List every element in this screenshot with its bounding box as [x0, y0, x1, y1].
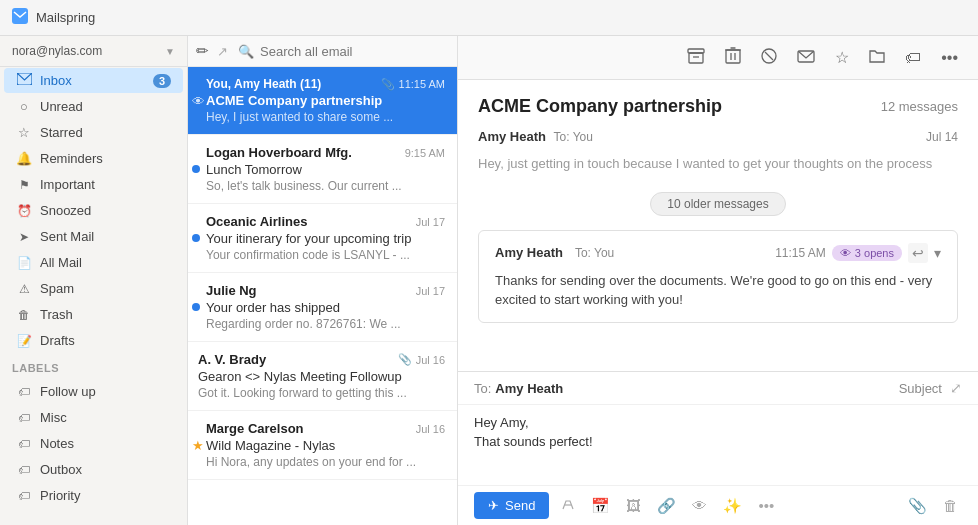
account-row[interactable]: nora@nylas.com ▼ [0, 36, 187, 67]
sidebar-item-followup[interactable]: 🏷 Follow up [4, 379, 183, 404]
sidebar-item-spam[interactable]: ⚠ Spam [4, 276, 183, 301]
sidebar-item-sent[interactable]: ➤ Sent Mail [4, 224, 183, 249]
sidebar-item-snoozed-label: Snoozed [40, 203, 171, 218]
formatting-button[interactable] [557, 495, 579, 516]
sidebar-nav: Inbox 3 ○ Unread ☆ Starred 🔔 Reminders ⚑… [0, 67, 187, 354]
more-button[interactable]: ••• [937, 45, 962, 71]
sidebar-item-snoozed[interactable]: ⏰ Snoozed [4, 198, 183, 223]
inbox-badge: 3 [153, 74, 171, 88]
reply-quick-button[interactable]: ↩ [908, 243, 928, 263]
email-sender: Logan Hoverboard Mfg. [206, 145, 352, 160]
email-toolbar: ☆ 🏷 ••• [458, 36, 978, 80]
expanded-message-meta: Amy Heath To: You [495, 245, 614, 260]
image-button[interactable]: 🖼 [622, 495, 645, 516]
sidebar-item-reminders[interactable]: 🔔 Reminders [4, 146, 183, 171]
delete-button[interactable] [721, 43, 745, 72]
archive-button[interactable] [683, 44, 709, 72]
link-button[interactable]: 🔗 [653, 495, 680, 517]
more-tools-button[interactable]: ••• [754, 495, 778, 516]
send-button[interactable]: ✈ Send [474, 492, 549, 519]
sidebar-item-drafts[interactable]: 📝 Drafts [4, 328, 183, 353]
reply-toolbar: ✈ Send 📅 🖼 🔗 👁 ✨ ••• 📎 🗑 [458, 485, 978, 525]
unread-icon: ○ [16, 99, 32, 114]
email-item[interactable]: Julie Ng Jul 17 Your order has shipped R… [188, 273, 457, 342]
sidebar-item-trash[interactable]: 🗑 Trash [4, 302, 183, 327]
attachment-icon: 📎 [398, 353, 412, 366]
spam-button[interactable] [757, 44, 781, 72]
sidebar-item-misc[interactable]: 🏷 Misc [4, 405, 183, 430]
sidebar-item-notes[interactable]: 🏷 Notes [4, 431, 183, 456]
sidebar-item-spam-label: Spam [40, 281, 171, 296]
sparkle-button[interactable]: ✨ [719, 495, 746, 517]
discard-button[interactable]: 🗑 [939, 495, 962, 516]
email-subject: Your itinerary for your upcoming trip [206, 231, 445, 246]
message-header: Amy Heath To: You Jul 14 [478, 129, 958, 150]
open-count-badge: 👁 3 opens [832, 245, 902, 261]
email-sender: Marge Carelson [206, 421, 304, 436]
sidebar-item-allmail[interactable]: 📄 All Mail [4, 250, 183, 275]
sidebar-item-starred-label: Starred [40, 125, 171, 140]
labels-list: 🏷 Follow up 🏷 Misc 🏷 Notes 🏷 Outbox 🏷 Pr… [0, 378, 187, 509]
notes-icon: 🏷 [16, 437, 32, 451]
reply-body[interactable]: Hey Amy, That sounds perfect! [458, 405, 978, 485]
trash-icon: 🗑 [16, 308, 32, 322]
sidebar-item-outbox-label: Outbox [40, 462, 171, 477]
reply-subject-label: Subject [899, 381, 942, 396]
sidebar-item-priority[interactable]: 🏷 Priority [4, 483, 183, 508]
sidebar-item-inbox-label: Inbox [40, 73, 145, 88]
email-item[interactable]: Logan Hoverboard Mfg. 9:15 AM Lunch Tomo… [188, 135, 457, 204]
email-item[interactable]: 👁 You, Amy Heath (11) 📎 11:15 AM ACME Co… [188, 67, 457, 135]
label-button[interactable]: 🏷 [901, 45, 925, 71]
calendar-button[interactable]: 📅 [587, 495, 614, 517]
star-button[interactable]: ☆ [831, 44, 853, 71]
search-input[interactable] [260, 44, 449, 59]
thread-content: ACME Company partnership 12 messages Amy… [458, 80, 978, 371]
email-sender: A. V. Brady [198, 352, 266, 367]
move-button[interactable] [865, 45, 889, 71]
compose-button[interactable]: ✏ [196, 42, 209, 60]
email-sender: Julie Ng [206, 283, 257, 298]
snoozed-icon: ⏰ [16, 204, 32, 218]
send-label: Send [505, 498, 535, 513]
svg-rect-5 [726, 50, 740, 63]
message-actions: 11:15 AM 👁 3 opens ↩ ▾ [775, 243, 941, 263]
older-messages-button[interactable]: 10 older messages [478, 186, 958, 222]
thread-title-row: ACME Company partnership 12 messages [478, 96, 958, 117]
older-messages-label[interactable]: 10 older messages [650, 192, 785, 216]
svg-rect-0 [12, 8, 28, 24]
app-title: Mailspring [36, 10, 95, 25]
mark-unread-button[interactable] [793, 45, 819, 71]
sidebar-item-important[interactable]: ⚑ Important [4, 172, 183, 197]
sidebar-item-starred[interactable]: ☆ Starred [4, 120, 183, 145]
important-icon: ⚑ [16, 178, 32, 192]
email-subject: Wild Magazine - Nylas [206, 438, 445, 453]
reply-header: To: Amy Heath Subject ⤢ [458, 372, 978, 405]
followup-icon: 🏷 [16, 385, 32, 399]
sidebar-item-inbox[interactable]: Inbox 3 [4, 68, 183, 93]
misc-icon: 🏷 [16, 411, 32, 425]
sidebar-item-trash-label: Trash [40, 307, 171, 322]
collapsed-message[interactable]: Amy Heath To: You Jul 14 Hey, just getti… [478, 129, 958, 174]
email-view: ☆ 🏷 ••• ACME Company partnership 12 mess… [458, 36, 978, 525]
message-expand-button[interactable]: ▾ [934, 245, 941, 261]
sidebar-item-unread[interactable]: ○ Unread [4, 94, 183, 119]
email-item[interactable]: Oceanic Airlines Jul 17 Your itinerary f… [188, 204, 457, 273]
inbox-icon [16, 73, 32, 88]
email-preview: Hi Nora, any updates on your end for ... [206, 455, 445, 469]
sidebar-item-unread-label: Unread [40, 99, 171, 114]
outbox-icon: 🏷 [16, 463, 32, 477]
search-icon: 🔍 [238, 44, 254, 59]
email-item[interactable]: ★ Marge Carelson Jul 16 Wild Magazine - … [188, 411, 457, 480]
eye-opens-icon: 👁 [840, 247, 851, 259]
titlebar: Mailspring [0, 0, 978, 36]
eye-track-button[interactable]: 👁 [688, 495, 711, 516]
email-time: Jul 16 [416, 354, 445, 366]
email-item[interactable]: A. V. Brady 📎 Jul 16 Gearon <> Nylas Mee… [188, 342, 457, 411]
opens-text: 3 opens [855, 247, 894, 259]
attachment-button[interactable]: 📎 [904, 495, 931, 517]
sidebar-item-outbox[interactable]: 🏷 Outbox [4, 457, 183, 482]
email-sender: You, Amy Heath (11) [206, 77, 321, 91]
search-bar: ✏ ↗ 🔍 [188, 36, 457, 67]
nav-back-button[interactable]: ↗ [217, 44, 228, 59]
compose-expand-button[interactable]: ⤢ [950, 380, 962, 396]
